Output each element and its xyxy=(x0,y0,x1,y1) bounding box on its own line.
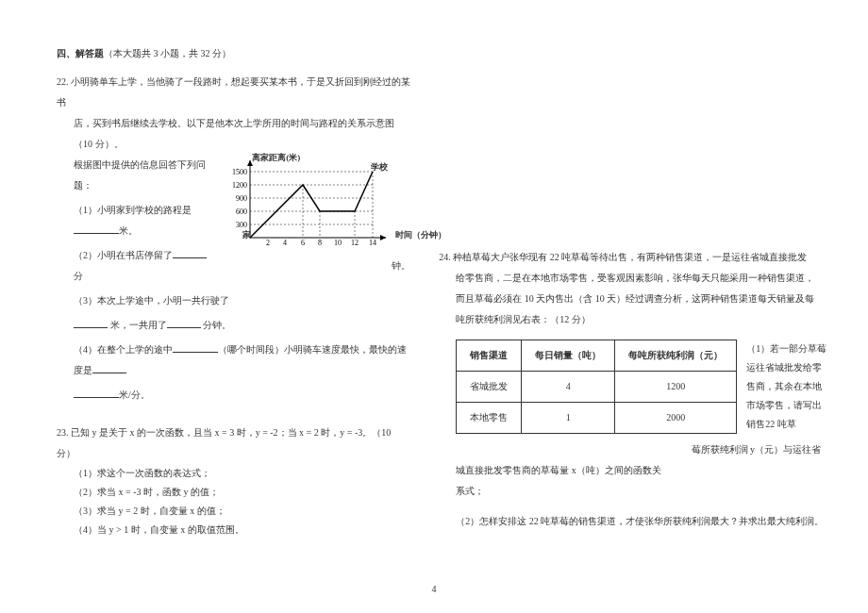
q22-s2-unit1: 分 xyxy=(74,271,83,281)
r2c2: 1 xyxy=(522,403,615,434)
r2c3: 2000 xyxy=(615,403,737,434)
q22-line3: 根据图中提供的信息回答下列问题： xyxy=(74,155,214,196)
q22-s2: （2）小明在书店停留了 xyxy=(74,250,173,260)
svg-text:10: 10 xyxy=(334,239,342,245)
r1c2: 4 xyxy=(522,372,615,403)
svg-text:900: 900 xyxy=(236,194,247,203)
q24-s2: （2）怎样安排这 22 吨草莓的销售渠道，才使张华所获纯利润最大？并求出最大纯利… xyxy=(439,511,830,532)
chart: 离家距离(米) 学校 xyxy=(222,155,392,245)
q22-s1-unit: 米。 xyxy=(119,225,138,236)
y-axis-label: 离家距离(米) xyxy=(252,149,300,166)
th2: 每日销量（吨） xyxy=(522,340,615,372)
q24-intro: 种植草莓大户张华现有 22 吨草莓等待出售，有两种销售渠道，一是运往省城直接批发 xyxy=(453,252,807,262)
q23-s2: （2）求当 x = -3 时，函数 y 的值； xyxy=(57,483,410,502)
q24-line4: 吨所获纯利润见右表：（12 分） xyxy=(439,309,830,330)
r1c1: 省城批发 xyxy=(457,372,522,403)
r2c1: 本地零售 xyxy=(457,403,522,434)
q22-s4a: （4）在整个上学的途中 xyxy=(74,344,173,355)
th3: 每吨所获纯利润（元） xyxy=(615,340,737,372)
home-label: 家 xyxy=(242,226,251,243)
q23-s3: （3）求当 y = 2 时，自变量 x 的值； xyxy=(57,502,410,521)
problem-22: 22. 小明骑单车上学，当他骑了一段路时，想起要买某本书，于是又折回到刚经过的某… xyxy=(57,72,410,406)
q24-tail1: 莓所获纯利润 y（元）与运往省 xyxy=(439,439,830,460)
q22-s2-unit2: 钟。 xyxy=(392,257,410,275)
section-title-text: 四、解答题 xyxy=(57,48,104,58)
q24-side1: （1）若一部分草莓运往省城批发给零售商，其余在本地市场零售，请写出销售22 吨草 xyxy=(746,340,830,434)
sales-table: 销售渠道 每日销量（吨） 每吨所获纯利润（元） 省城批发 4 1200 本地零售… xyxy=(456,340,737,434)
svg-text:8: 8 xyxy=(318,239,322,245)
svg-text:14: 14 xyxy=(369,239,376,245)
problem-24: 24. 种植草莓大户张华现有 22 吨草莓等待出售，有两种销售渠道，一是运往省城… xyxy=(439,247,830,532)
q24-line3: 而且草莓必须在 10 天内售出（含 10 天）经过调查分析，这两种销售渠道每天销… xyxy=(439,289,830,309)
q22-s3-unit2: 分钟。 xyxy=(203,320,231,330)
blank xyxy=(74,387,119,398)
page-number: 4 xyxy=(432,584,437,594)
q23-num: 23. xyxy=(57,427,69,438)
svg-text:2: 2 xyxy=(266,239,270,245)
svg-text:600: 600 xyxy=(236,207,247,216)
q23-s1: （1）求这个一次函数的表达式； xyxy=(57,464,410,483)
q22-s3-unit1: 米，一共用了 xyxy=(110,320,167,330)
blank xyxy=(173,341,218,353)
svg-marker-1 xyxy=(380,235,386,240)
svg-text:1200: 1200 xyxy=(232,181,247,190)
q24-tail2: 城直接批发零售商的草莓量 x（吨）之间的函数关 xyxy=(439,460,830,481)
blank xyxy=(167,317,201,328)
section-note: （本大题共 3 小题，共 32 分） xyxy=(104,48,231,58)
problem-23: 23. 已知 y 是关于 x 的一次函数，且当 x = 3 时，y = -2；当… xyxy=(57,422,410,539)
blank xyxy=(92,362,126,373)
x-axis-label: 时间（分钟） xyxy=(395,226,446,243)
q22-num: 22. xyxy=(57,76,69,87)
school-label: 学校 xyxy=(371,158,388,175)
svg-text:4: 4 xyxy=(283,239,287,245)
q22-s1: （1）小明家到学校的路程是 xyxy=(74,205,192,215)
q22-line2: 店，买到书后继续去学校。以下是他本次上学所用的时间与路程的关系示意图（10 分）… xyxy=(57,113,410,155)
r1c3: 1200 xyxy=(615,372,737,403)
q22-intro: 小明骑单车上学，当他骑了一段路时，想起要买某本书，于是又折回到刚经过的某书 xyxy=(57,76,410,108)
blank xyxy=(74,223,119,234)
q24-tail3: 系式； xyxy=(439,481,830,502)
blank xyxy=(173,247,207,258)
q23-intro: 已知 y 是关于 x 的一次函数，且当 x = 3 时，y = -2；当 x =… xyxy=(57,427,391,458)
svg-text:6: 6 xyxy=(301,239,305,245)
q24-line2: 给零售商，二是在本地市场零售，受客观因素影响，张华每天只能采用一种销售渠道， xyxy=(439,268,830,289)
section-title: 四、解答题（本大题共 3 小题，共 32 分） xyxy=(57,47,410,60)
q22-s3: （3）本次上学途中，小明一共行驶了 xyxy=(57,290,410,311)
svg-text:1500: 1500 xyxy=(232,168,247,176)
blank xyxy=(74,317,108,328)
th1: 销售渠道 xyxy=(457,340,522,372)
q24-num: 24. xyxy=(439,252,451,262)
q23-s4: （4）当 y > 1 时，自变量 x 的取值范围。 xyxy=(57,521,410,539)
svg-text:12: 12 xyxy=(351,239,359,245)
q22-s4-unit: 米/分。 xyxy=(119,389,150,400)
